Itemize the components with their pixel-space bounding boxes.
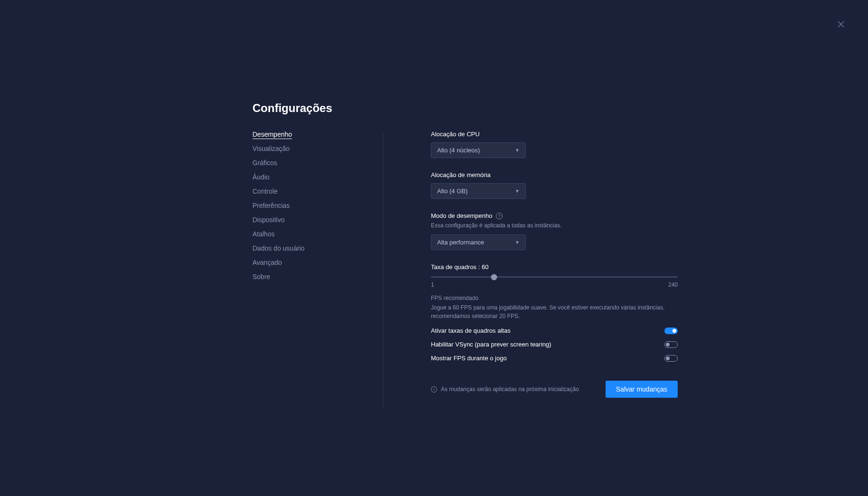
performance-mode-dropdown[interactable]: Alta performance ▼	[431, 234, 526, 250]
memory-dropdown-value: Alto (4 GB)	[437, 187, 467, 195]
cpu-dropdown-value: Alto (4 núcleos)	[437, 147, 480, 154]
high-fps-toggle-row: Ativar taxas de quadros altas	[431, 327, 678, 334]
show-fps-toggle[interactable]	[664, 355, 678, 362]
sidebar-item-desempenho[interactable]: Desempenho	[252, 131, 336, 138]
performance-mode-dropdown-value: Alta performance	[437, 239, 484, 246]
memory-dropdown[interactable]: Alto (4 GB) ▼	[431, 183, 526, 199]
sidebar-item-controle[interactable]: Controle	[252, 187, 336, 195]
close-button[interactable]	[838, 21, 845, 28]
framerate-label: Taxa de quadros : 60	[431, 263, 678, 271]
framerate-min-label: 1	[431, 281, 434, 288]
footer-note: i As mudanças serão aplicadas na próxima…	[431, 386, 579, 393]
sidebar-item-visualizacao[interactable]: Visualização	[252, 145, 336, 152]
performance-mode-description: Essa configuração é aplicada a todas as …	[431, 222, 678, 229]
vertical-divider	[383, 133, 383, 408]
performance-mode-section: Modo de desempenho ? Essa configuração é…	[431, 212, 678, 250]
high-fps-label: Ativar taxas de quadros altas	[431, 327, 511, 334]
settings-content: Alocação de CPU Alto (4 núcleos) ▼ Aloca…	[431, 104, 678, 408]
performance-mode-label: Modo de desempenho ?	[431, 212, 678, 219]
sidebar-item-graficos[interactable]: Gráficos	[252, 159, 336, 167]
vsync-toggle[interactable]	[664, 341, 678, 348]
vsync-label: Habilitar VSync (para prever screen tear…	[431, 341, 551, 348]
framerate-slider[interactable]	[431, 276, 678, 278]
chevron-down-icon: ▼	[515, 188, 520, 194]
settings-sidebar: Desempenho Visualização Gráficos Áudio C…	[252, 104, 336, 408]
sidebar-item-atalhos[interactable]: Atalhos	[252, 230, 336, 238]
performance-mode-label-text: Modo de desempenho	[431, 212, 492, 219]
sidebar-item-sobre[interactable]: Sobre	[252, 273, 336, 281]
toggle-knob	[666, 356, 670, 360]
sidebar-item-avancado[interactable]: Avançado	[252, 259, 336, 266]
framerate-max-label: 240	[668, 281, 678, 288]
save-button[interactable]: Salvar mudanças	[606, 381, 678, 398]
vsync-toggle-row: Habilitar VSync (para prever screen tear…	[431, 341, 678, 348]
toggle-knob	[666, 343, 670, 346]
settings-footer: i As mudanças serão aplicadas na próxima…	[431, 381, 678, 398]
memory-label: Alocação de memória	[431, 171, 678, 178]
memory-section: Alocação de memória Alto (4 GB) ▼	[431, 171, 678, 199]
framerate-section: Taxa de quadros : 60 1 240 FPS recomenda…	[431, 263, 678, 362]
help-icon[interactable]: ?	[496, 213, 503, 219]
show-fps-label: Mostrar FPS durante o jogo	[431, 355, 507, 362]
cpu-dropdown[interactable]: Alto (4 núcleos) ▼	[431, 142, 526, 158]
cpu-section: Alocação de CPU Alto (4 núcleos) ▼	[431, 131, 678, 158]
fps-info-title: FPS recomendado	[431, 295, 678, 301]
close-icon	[838, 21, 844, 28]
chevron-down-icon: ▼	[515, 240, 520, 245]
sidebar-item-dispositivo[interactable]: Dispositivo	[252, 216, 336, 224]
show-fps-toggle-row: Mostrar FPS durante o jogo	[431, 355, 678, 362]
cpu-label: Alocação de CPU	[431, 131, 678, 138]
chevron-down-icon: ▼	[515, 148, 520, 153]
sidebar-item-dados-usuario[interactable]: Dados do usuário	[252, 244, 336, 252]
framerate-slider-thumb[interactable]	[491, 274, 497, 280]
high-fps-toggle[interactable]	[664, 328, 678, 334]
sidebar-item-preferencias[interactable]: Preferências	[252, 202, 336, 209]
page-title: Configurações	[252, 102, 332, 115]
sidebar-item-audio[interactable]: Áudio	[252, 173, 336, 181]
fps-info-description: Jogue a 60 FPS para uma jogabilidade sua…	[431, 303, 678, 320]
footer-note-text: As mudanças serão aplicadas na próxima i…	[441, 386, 579, 393]
toggle-knob	[672, 329, 676, 333]
info-icon: i	[431, 386, 437, 393]
